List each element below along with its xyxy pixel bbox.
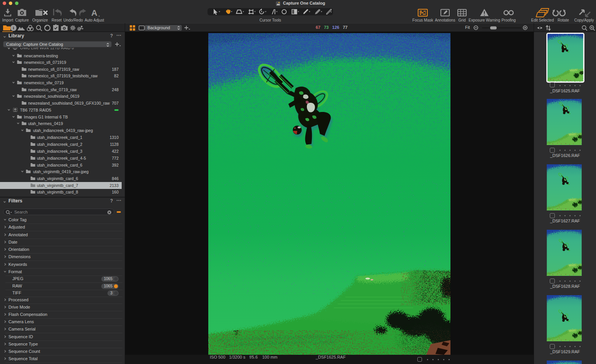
svg-text:i: i xyxy=(13,25,14,30)
svg-text:A: A xyxy=(91,8,97,18)
